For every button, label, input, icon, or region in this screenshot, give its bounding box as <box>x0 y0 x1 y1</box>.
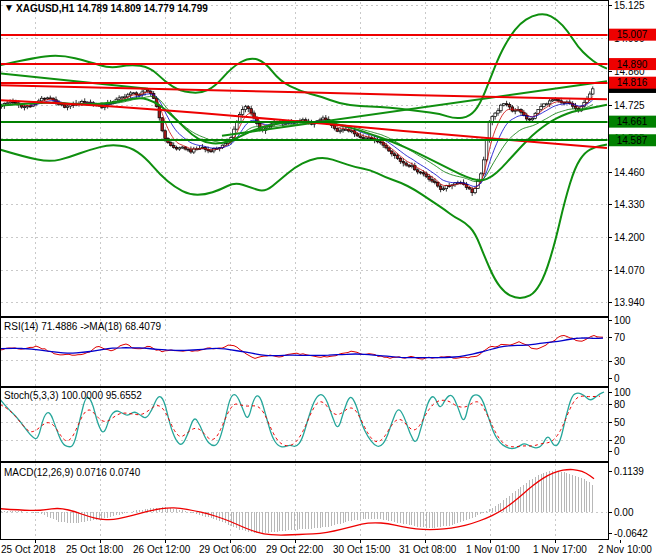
bear-candle <box>408 165 411 166</box>
bear-candle <box>416 170 419 172</box>
bull-candle <box>132 93 135 94</box>
bull-candle <box>494 113 497 116</box>
bear-candle <box>439 186 442 189</box>
stoch-d-line <box>0 396 600 447</box>
price-label-text: 14.661 <box>617 116 648 127</box>
time-label: 30 Oct 15:00 <box>333 544 391 555</box>
bear-candle <box>557 100 560 101</box>
bear-candle <box>359 136 362 138</box>
price-label-text: 14.816 <box>617 77 648 88</box>
price-label-text: 14.587 <box>617 135 648 146</box>
price-tick-label: 13.940 <box>614 297 645 308</box>
bear-candle <box>402 161 405 163</box>
bull-candle <box>368 138 371 139</box>
chart-canvas[interactable]: 15.12514.99014.86014.72514.59514.46014.3… <box>0 0 660 560</box>
bear-candle <box>505 104 508 105</box>
time-label: 2 Nov 10:00 <box>598 544 652 555</box>
bull-candle <box>548 101 551 104</box>
bear-candle <box>393 154 396 156</box>
bear-candle <box>385 145 388 148</box>
bull-candle <box>551 100 554 101</box>
bull-candle <box>546 104 549 105</box>
main-panel-border <box>1 1 609 317</box>
bull-candle <box>46 98 49 99</box>
rsi-tick-label: 30 <box>614 356 626 367</box>
price-tick-label: 14.330 <box>614 199 645 210</box>
bull-candle <box>339 131 342 132</box>
price-axis[interactable]: 15.12514.99014.86014.72514.59514.46014.3… <box>608 0 656 539</box>
bull-candle <box>66 106 69 107</box>
bear-candle <box>419 172 422 173</box>
bull-candle <box>350 131 353 132</box>
bear-candle <box>436 182 439 186</box>
bull-candle <box>540 107 543 110</box>
price-tick-label: 15.125 <box>614 0 645 11</box>
rsi-ma-line <box>0 338 603 358</box>
bull-candle <box>445 186 448 189</box>
time-axis[interactable]: 25 Oct 201825 Oct 18:0026 Oct 12:0029 Oc… <box>1 540 652 556</box>
time-label: 25 Oct 2018 <box>1 544 56 555</box>
ma-red-slow <box>0 85 607 99</box>
bull-candle <box>474 188 477 192</box>
time-label: 31 Oct 08:00 <box>399 544 457 555</box>
time-label: 1 Nov 01:00 <box>466 544 520 555</box>
bear-candle <box>184 147 187 149</box>
bull-candle <box>322 118 325 120</box>
stoch-tick-label: 100 <box>614 387 631 398</box>
bull-candle <box>121 97 124 98</box>
bear-candle <box>362 138 365 139</box>
stoch-tick-label: 20 <box>614 435 626 446</box>
price-label-text: 14.890 <box>617 59 648 70</box>
bull-candle <box>236 122 239 129</box>
bear-candle <box>147 90 150 91</box>
macd-tick-label: -0.0642 <box>614 528 648 539</box>
macd-header: MACD(12,26,9) 0.0716 0.0740 <box>4 467 141 478</box>
bear-candle <box>388 148 391 151</box>
bear-candle <box>170 143 173 146</box>
bull-candle <box>345 129 348 130</box>
bear-candle <box>431 179 434 181</box>
bull-candle <box>6 103 9 104</box>
price-label-text: 15.007 <box>617 29 648 40</box>
bull-candle <box>497 111 500 113</box>
bear-candle <box>175 148 178 149</box>
bear-candle <box>12 102 15 103</box>
bull-candle <box>411 166 414 167</box>
stoch-tick-label: 0 <box>614 446 620 457</box>
bull-candle <box>591 89 594 94</box>
time-label: 26 Oct 12:00 <box>133 544 191 555</box>
bear-candle <box>434 181 437 182</box>
trading-chart-window: 15.12514.99014.86014.72514.59514.46014.3… <box>0 0 660 560</box>
bull-candle <box>23 107 26 108</box>
bull-candle <box>500 105 503 111</box>
time-label: 25 Oct 18:00 <box>66 544 124 555</box>
bull-candle <box>365 138 368 139</box>
macd-plot <box>0 470 594 536</box>
bear-candle <box>422 173 425 174</box>
bear-candle <box>190 150 193 152</box>
bull-candle <box>543 104 546 107</box>
bear-candle <box>468 187 471 189</box>
stoch-tick-label: 80 <box>614 399 626 410</box>
stoch-header: Stoch(5,3,3) 100.0000 95.6552 <box>4 390 142 401</box>
time-label: 29 Oct 06:00 <box>199 544 257 555</box>
bear-candle <box>574 106 577 108</box>
bull-candle <box>40 98 43 101</box>
chart-title-ohlc: XAGUSD,H1 14.789 14.809 14.779 14.799 <box>16 3 208 14</box>
rsi-tick-label: 100 <box>614 315 631 326</box>
bear-candle <box>49 98 52 99</box>
bull-candle <box>118 98 121 99</box>
rsi-header: RSI(14) 71.4886 ->MA(18) 68.4079 <box>4 321 161 332</box>
bear-candle <box>250 109 253 113</box>
bear-candle <box>471 189 474 193</box>
macd-tick-label: 0.00 <box>614 507 634 518</box>
bear-candle <box>391 151 394 154</box>
bear-candle <box>187 149 190 150</box>
bull-candle <box>192 149 195 152</box>
stoch-tick-label: 50 <box>614 417 626 428</box>
bear-candle <box>161 118 164 131</box>
bear-candle <box>63 105 66 107</box>
bull-candle <box>244 107 247 110</box>
symbol-dropdown-icon[interactable]: ▼ <box>4 2 14 13</box>
macd-tick-label: 0.1139 <box>614 466 644 477</box>
